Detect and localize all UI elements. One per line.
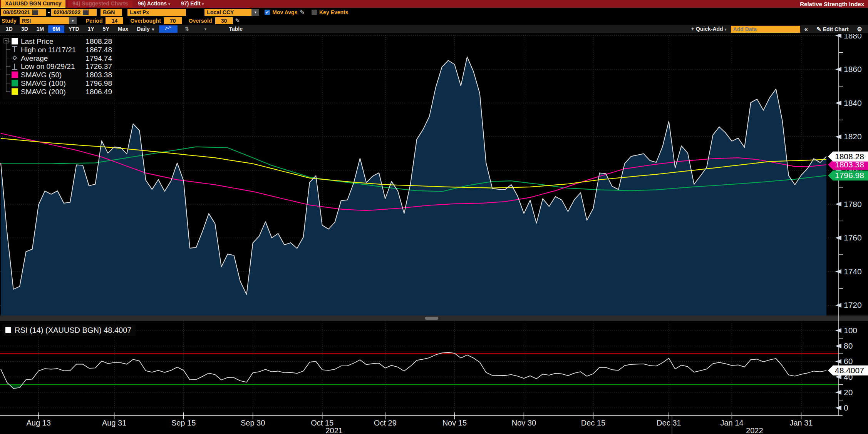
legend-swatch-4 [12, 72, 18, 78]
pencil-icon[interactable]: ✎ [235, 17, 240, 24]
study-controls-row: Study RSI▾ Period 14 Overbought 70 Overs… [0, 16, 868, 25]
rsi-axis-label: 60 [844, 357, 853, 366]
x-axis-label: Oct 15 [311, 419, 333, 427]
edit-chart-button[interactable]: ✎Edit Chart [812, 25, 853, 33]
legend-value: 1794.74 [85, 54, 112, 62]
caret-down-icon: ▾ [202, 2, 204, 6]
price-field-selector[interactable]: Last Px [127, 9, 186, 16]
screen-title: Relative Strength Index [800, 1, 864, 7]
range-button-3d[interactable]: 3D [17, 25, 32, 33]
line-chart-type-button[interactable] [159, 25, 178, 33]
x-axis-label: Jan 31 [789, 419, 813, 427]
caret-down-icon: ▼ [151, 27, 155, 32]
axis-tick-arrow-icon [835, 406, 841, 410]
pencil-icon[interactable]: ✎ [300, 9, 305, 16]
svg-text:1808.28: 1808.28 [835, 152, 864, 161]
quick-add-button[interactable]: + Quick-Add ▾ [687, 25, 731, 33]
legend-value: 1867.48 [85, 46, 112, 54]
currency-dropdown-arrow-icon[interactable]: ▾ [251, 9, 259, 16]
collapse-panel-button[interactable]: « [800, 25, 812, 33]
caret-down-icon: ▾ [168, 2, 170, 6]
date-from-field[interactable]: 08/05/2021 [1, 9, 46, 16]
x-axis-label: Sep 30 [241, 419, 265, 427]
actions-menu[interactable]: 96) Actions ▾ [132, 0, 176, 7]
checkbox-unchecked-icon[interactable] [312, 10, 317, 15]
axis-tick-arrow-icon [835, 303, 841, 307]
range-button-1d[interactable]: 1D [2, 25, 17, 33]
panel-divider-handle[interactable] [425, 317, 438, 320]
range-button-ytd[interactable]: YTD [64, 25, 84, 33]
range-button-1y[interactable]: 1Y [84, 25, 99, 33]
date-to-field[interactable]: 02/04/2022 [51, 9, 97, 16]
title-bar: XAUUSD BGN Curncy 94) Suggested Charts 9… [0, 0, 868, 8]
x-axis-label: Nov 30 [512, 419, 536, 427]
price-rsi-chart[interactable]: 1720174017601780180018201840186018800204… [0, 34, 868, 434]
rsi-axis-label: 0 [844, 403, 848, 412]
legend-label: SMAVG (100) [21, 79, 66, 87]
legend-label: Average [21, 54, 48, 62]
range-button-group: 1D3D1M6MYTD1Y5YMax [2, 25, 132, 33]
chart-area[interactable]: 1720174017601780180018201840186018800204… [0, 34, 868, 434]
x-axis-label: Aug 31 [102, 419, 126, 427]
legend-value: 1796.98 [85, 79, 112, 87]
legend-value: 1726.37 [85, 62, 112, 70]
axis-tick-arrow-icon [835, 101, 841, 105]
edit-menu[interactable]: 97) Edit ▾ [176, 0, 209, 7]
range-button-1m[interactable]: 1M [32, 25, 48, 33]
add-data-input[interactable] [731, 26, 800, 33]
source-field[interactable]: BGN [101, 9, 122, 16]
y-axis-label: 1760 [844, 233, 862, 242]
oversold-field[interactable]: 30 [215, 17, 233, 24]
x-axis-label: Aug 13 [27, 419, 51, 427]
date-range-separator: - [48, 9, 50, 16]
axis-tick-arrow-icon [835, 134, 841, 139]
legend-value: 1803.38 [85, 71, 112, 79]
study-selector[interactable]: RSI▾ [20, 17, 77, 24]
x-axis-label: Jan 14 [720, 419, 743, 427]
legend-label: Last Price [21, 37, 53, 45]
rsi-panel-label[interactable]: RSI (14) (XAUUSD BGN) 48.4007 [2, 324, 136, 336]
chart-controls-row: 08/05/2021 - 02/04/2022 BGN Last Px Loca… [0, 8, 868, 16]
security-tab[interactable]: XAUUSD BGN Curncy [1, 0, 65, 8]
axis-tick-arrow-icon [835, 269, 841, 274]
y-axis-label: 1740 [844, 267, 862, 276]
legend-label: SMAVG (200) [21, 88, 66, 96]
currency-selector[interactable]: Local CCY [204, 9, 251, 16]
mov-avgs-toggle[interactable]: ✓ Mov Avgs ✎ [265, 9, 305, 16]
chart-settings-gear-icon[interactable]: ⚙ [853, 25, 866, 33]
caret-down-icon: ▾ [725, 27, 727, 32]
range-button-6m[interactable]: 6M [48, 25, 64, 33]
rsi-label-text: RSI (14) (XAUUSD BGN) 48.4007 [15, 326, 131, 334]
chart-legend[interactable]: Last Price1808.28High on 11/17/211867.48… [2, 36, 115, 100]
y-axis-label: 1840 [844, 98, 862, 107]
axis-tick-arrow-icon [835, 235, 841, 240]
period-field[interactable]: 14 [106, 17, 123, 24]
rsi-oversold-fill [1, 327, 826, 389]
legend-value: 1808.28 [85, 37, 112, 45]
more-options-caret[interactable]: ▾ [196, 25, 214, 33]
legend-swatch-0 [12, 38, 18, 45]
suggested-charts-button[interactable]: 94) Suggested Charts [68, 0, 132, 7]
range-button-5y[interactable]: 5Y [99, 25, 114, 33]
calendar-icon[interactable] [32, 10, 38, 15]
svg-text:48.4007: 48.4007 [835, 366, 864, 375]
calendar-icon[interactable] [83, 10, 89, 15]
checkbox-checked-icon[interactable]: ✓ [265, 10, 270, 15]
frequency-dropdown[interactable]: Daily ▼ [132, 25, 159, 33]
rsi-axis-label: 20 [844, 388, 853, 397]
table-button[interactable]: Table [225, 25, 247, 33]
axis-tick-arrow-icon [835, 390, 841, 395]
x-axis-label: Sep 15 [171, 419, 196, 427]
legend-value: 1806.49 [85, 88, 112, 96]
key-events-toggle[interactable]: Key Events [312, 9, 348, 15]
y-axis-label: 1820 [844, 132, 862, 141]
range-button-max[interactable]: Max [114, 25, 132, 33]
x-axis-label: Oct 29 [374, 419, 397, 427]
axis-tick-arrow-icon [835, 202, 841, 207]
overbought-field[interactable]: 70 [164, 17, 182, 24]
dropdown-arrow-icon[interactable]: ▾ [69, 17, 77, 24]
compare-sort-icon[interactable]: ⇅ [178, 25, 196, 33]
rsi-value-badge: 48.4007 [828, 366, 868, 376]
last-price-badge: 1808.28 [828, 152, 868, 162]
pencil-icon: ✎ [816, 26, 821, 32]
